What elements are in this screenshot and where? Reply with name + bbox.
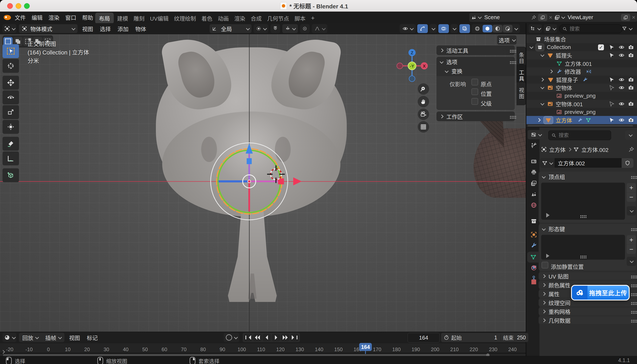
- timeline-menu-keying[interactable]: 插帧: [45, 334, 56, 342]
- mesh-data-selector[interactable]: [540, 158, 554, 168]
- end-frame-value[interactable]: 250: [516, 334, 526, 341]
- workspace-tab-layout[interactable]: 布局: [95, 12, 114, 24]
- selectable-icon[interactable]: [609, 85, 614, 90]
- expand-chevron[interactable]: [541, 102, 544, 106]
- tab-material[interactable]: [531, 265, 537, 271]
- hide-eye-icon[interactable]: [619, 44, 624, 50]
- list-specials-arrow[interactable]: [546, 254, 551, 258]
- hide-eye-icon[interactable]: [619, 52, 624, 58]
- expand-chevron[interactable]: [549, 70, 553, 73]
- shape-key-remove-button[interactable]: −: [627, 245, 636, 254]
- show-overlays-dropdown[interactable]: [451, 24, 458, 33]
- row-cube001[interactable]: 立方体.001: [526, 59, 637, 68]
- row-empty[interactable]: 空物体: [526, 84, 637, 92]
- parents-checkbox[interactable]: [472, 98, 478, 105]
- timeline-menu-playback[interactable]: 回放: [22, 334, 33, 342]
- proportional-editing-button[interactable]: [300, 24, 310, 33]
- tool-rotate[interactable]: [3, 90, 19, 104]
- locations-checkbox[interactable]: [472, 88, 478, 95]
- viewlayer-remove-icon[interactable]: ×: [632, 14, 635, 21]
- shape-key-specials-button[interactable]: [627, 257, 636, 266]
- scene-name[interactable]: Scene: [483, 14, 530, 20]
- render-camera-icon[interactable]: [628, 101, 634, 107]
- shape-key-add-button[interactable]: +: [627, 235, 636, 244]
- proportional-falloff-button[interactable]: [312, 24, 327, 33]
- mode-selector[interactable]: 物体模式: [19, 24, 78, 33]
- show-gizmo-dropdown[interactable]: [430, 24, 437, 33]
- selectable-icon[interactable]: [609, 52, 614, 58]
- scene-icon[interactable]: [471, 15, 477, 20]
- camera-view-button[interactable]: [418, 108, 429, 120]
- tool-add-primitive[interactable]: [3, 168, 19, 182]
- expand-chevron[interactable]: [541, 53, 544, 57]
- hide-eye-icon[interactable]: [619, 117, 624, 123]
- prev-keyframe-button[interactable]: [253, 334, 262, 341]
- render-camera-icon[interactable]: [628, 44, 634, 50]
- tab-scene[interactable]: [531, 191, 537, 197]
- npanel-tab-view[interactable]: 视图: [517, 82, 526, 105]
- hide-eye-icon[interactable]: [619, 77, 624, 82]
- properties-options-dropdown[interactable]: [625, 130, 635, 140]
- panel-geometry-data[interactable]: 几何数据: [539, 316, 636, 324]
- collapse-chevron[interactable]: [440, 60, 444, 64]
- row-cube-active[interactable]: 立方体: [526, 116, 637, 124]
- mesh-data-icon[interactable]: [586, 118, 591, 123]
- row-modifiers[interactable]: 修改器: [526, 67, 637, 76]
- vertex-group-specials-button[interactable]: [627, 206, 636, 216]
- menu-render[interactable]: 渲染: [46, 12, 62, 22]
- properties-search-input[interactable]: [558, 132, 595, 138]
- expand-chevron[interactable]: [530, 45, 533, 49]
- row-collection[interactable]: Collection ✓: [526, 43, 637, 51]
- collapse-chevron[interactable]: [542, 227, 546, 230]
- playhead-badge[interactable]: 164: [359, 343, 372, 351]
- pan-view-button[interactable]: [418, 96, 429, 107]
- menu-window[interactable]: 窗口: [63, 12, 78, 22]
- editor-type-button[interactable]: [3, 24, 17, 33]
- object-visibility-button[interactable]: [400, 24, 415, 33]
- scene-unlink-icon[interactable]: ×: [549, 14, 552, 21]
- tab-texture[interactable]: [531, 279, 537, 285]
- breadcrumb-object[interactable]: 立方体: [549, 146, 566, 154]
- shading-material-button[interactable]: [493, 25, 502, 32]
- add-rest-position-checkbox[interactable]: [542, 262, 548, 268]
- outliner-display-mode-button[interactable]: [544, 24, 557, 33]
- outliner-hscrollbar[interactable]: [528, 125, 633, 126]
- workspace-tab-rendering[interactable]: 渲染: [232, 13, 247, 23]
- npanel-workspace[interactable]: 工作区: [437, 112, 515, 121]
- list-specials-arrow[interactable]: [546, 213, 552, 218]
- render-camera-icon[interactable]: [628, 52, 634, 58]
- shading-dropdown[interactable]: [514, 26, 518, 30]
- workspace-tab-texpaint[interactable]: 纹理绘制: [172, 13, 198, 23]
- traffic-light-minimize[interactable]: [16, 3, 21, 9]
- tool-scale[interactable]: [3, 105, 19, 119]
- panel-uv-maps[interactable]: UV 贴图: [539, 272, 636, 280]
- next-keyframe-button[interactable]: [281, 334, 289, 341]
- tab-render[interactable]: [531, 158, 537, 164]
- pin-icon[interactable]: [531, 15, 536, 20]
- viewport-options-button[interactable]: 选项: [497, 35, 517, 44]
- expand-chevron[interactable]: [537, 118, 541, 122]
- row-empty001[interactable]: 空物体.001: [526, 100, 637, 108]
- auto-key-button[interactable]: [226, 334, 232, 341]
- drag-grip-icon[interactable]: [631, 176, 632, 177]
- timeline-editor-type-button[interactable]: [3, 333, 17, 342]
- list-resize-grip[interactable]: [580, 256, 581, 257]
- workspace-tab-animation[interactable]: 动画: [216, 13, 231, 23]
- viewlayer-copy-button[interactable]: [621, 14, 630, 21]
- expand-chevron[interactable]: [541, 86, 544, 89]
- keying-set-dropdown[interactable]: [234, 335, 238, 339]
- tab-collection[interactable]: [531, 218, 537, 224]
- timeline-ruler[interactable]: -20-100102030405060708090100110120130140…: [0, 343, 526, 353]
- transform-gizmo[interactable]: [196, 124, 305, 239]
- collection-checkbox[interactable]: ✓: [598, 44, 604, 50]
- drag-grip-icon[interactable]: [631, 228, 632, 229]
- scene-copy-button[interactable]: [538, 14, 547, 21]
- show-gizmo-button[interactable]: [417, 24, 428, 33]
- tool-transform[interactable]: [3, 120, 19, 134]
- row-preview-png-1[interactable]: preview_png: [526, 92, 637, 100]
- start-frame-value[interactable]: 1: [464, 334, 501, 341]
- collapse-chevron[interactable]: [440, 114, 444, 118]
- tab-viewlayer[interactable]: [531, 180, 537, 186]
- tool-cursor[interactable]: [3, 59, 19, 73]
- outliner-search-input[interactable]: [569, 26, 608, 32]
